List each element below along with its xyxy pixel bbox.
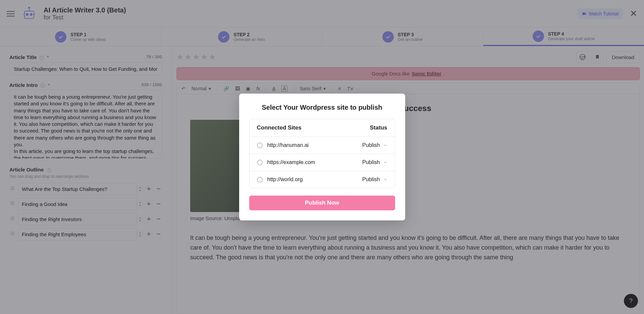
site-radio[interactable]	[257, 143, 263, 148]
col-status-header: Status	[370, 124, 387, 131]
site-radio[interactable]	[257, 160, 263, 165]
status-select[interactable]: Publish	[362, 142, 387, 148]
modal-title: Select Your Wordpress site to publish	[249, 104, 395, 111]
chevron-down-icon	[383, 160, 387, 164]
site-row: https://example.com Publish	[250, 154, 395, 171]
wordpress-publish-modal: Select Your Wordpress site to publish Co…	[239, 94, 405, 220]
site-row: http://world.org Publish	[250, 171, 395, 188]
connected-sites-table: Connected Sites Status http://hanuman.ai…	[249, 119, 395, 188]
site-url: https://example.com	[267, 159, 358, 165]
site-url: http://world.org	[267, 176, 358, 182]
site-radio[interactable]	[257, 177, 263, 182]
publish-now-button[interactable]: Publish Now	[249, 196, 395, 210]
chevron-down-icon	[383, 143, 387, 147]
status-select[interactable]: Publish	[362, 176, 387, 182]
col-sites-header: Connected Sites	[257, 124, 370, 131]
modal-overlay[interactable]: Select Your Wordpress site to publish Co…	[0, 0, 644, 314]
status-select[interactable]: Publish	[362, 159, 387, 165]
site-row: http://hanuman.ai Publish	[250, 137, 395, 154]
chevron-down-icon	[383, 177, 387, 181]
site-url: http://hanuman.ai	[267, 142, 358, 148]
